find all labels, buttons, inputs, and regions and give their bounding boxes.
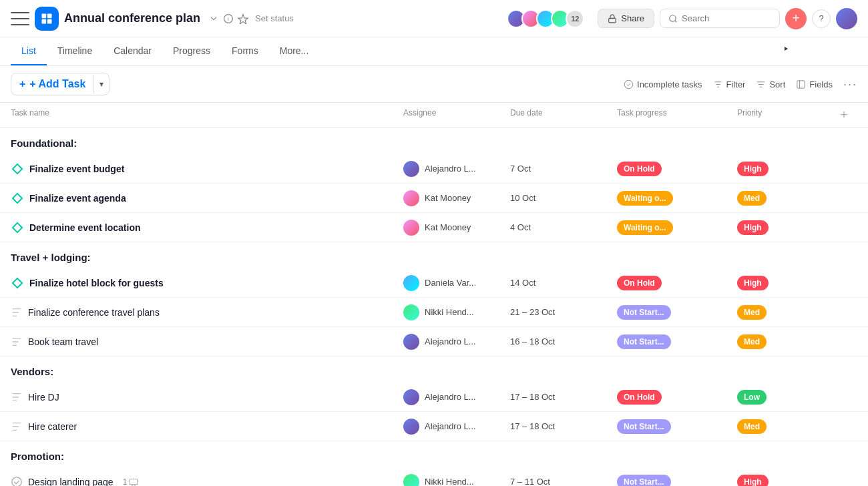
due-date: 4 Oct [510,222,617,232]
add-task-button[interactable]: + + Add Task ▾ [11,73,110,95]
due-date: 7 – 11 Oct [510,477,617,486]
dropdown-icon[interactable] [208,13,219,24]
status-badge: Not Start... [617,419,671,434]
due-date: 17 – 18 Oct [510,421,617,431]
priority-badge: High [737,220,769,235]
table-row[interactable]: Hire caterer Alejandro L... 17 – 18 Oct … [0,412,868,441]
col-task-name: Task name [11,108,403,122]
table-header: Task name Assignee Due date Task progres… [0,103,868,128]
assignee-name: Alejandro L... [425,164,476,174]
section-header-2: Vendors: [0,356,868,383]
tab-list[interactable]: List [11,37,47,65]
svg-rect-2 [42,19,47,23]
assignee-avatar [403,334,419,350]
due-date: 10 Oct [510,193,617,203]
task-name: Hire caterer [28,421,77,432]
app-icon [35,7,59,31]
star-icon[interactable] [238,13,248,24]
check-circle-icon [624,79,634,89]
info-icon[interactable]: i [223,13,234,24]
task-name-cell: Hire caterer [11,414,403,439]
assignee-avatar [403,161,419,177]
assignee-cell: Kat Mooney [403,220,510,236]
col-due-date: Due date [510,108,617,122]
navigation-tabs: List Timeline Calendar Progress Forms Mo… [0,37,868,66]
status-badge: On Hold [617,390,662,405]
status-cell: On Hold [617,276,737,290]
priority-cell: Med [737,419,831,434]
check-icon [11,476,23,487]
svg-point-8 [624,80,633,89]
milestone-icon [11,162,24,176]
sort-button[interactable]: Sort [756,79,785,89]
title-actions: i Set status [208,13,294,24]
tab-progress[interactable]: Progress [162,37,221,65]
fields-button[interactable]: Fields [796,79,833,89]
svg-text:i: i [228,16,229,22]
priority-cell: Med [737,334,831,349]
table-row[interactable]: Design landing page 1 Nikki Hend... 7 – … [0,467,868,486]
tab-forms[interactable]: Forms [221,37,269,65]
table-row[interactable]: Book team travel Alejandro L... 16 – 18 … [0,327,868,356]
incomplete-tasks-button[interactable]: Incomplete tasks [624,79,702,89]
due-date: 17 – 18 Oct [510,392,617,402]
search-box[interactable] [660,9,780,28]
toolbar-more-button[interactable]: ··· [843,77,857,91]
svg-point-7 [670,15,676,21]
section-2: Vendors: Hire DJ Alejandro L... 17 – 18 … [0,356,868,441]
svg-rect-9 [797,80,805,87]
status-badge: Waiting o... [617,191,673,206]
task-name: Hire DJ [28,392,59,403]
assignee-avatar [403,190,419,206]
status-badge: On Hold [617,276,662,290]
avatar-count: 12 [566,9,584,28]
assignee-cell: Nikki Hend... [403,474,510,487]
priority-cell: High [737,220,831,235]
table-row[interactable]: Determine event location Kat Mooney 4 Oc… [0,213,868,242]
task-name: Finalize event budget [29,164,124,174]
task-name-cell: Finalize event budget [11,156,403,182]
section-3: Promotion: Design landing page 1 Nikki H… [0,441,868,486]
filter-button[interactable]: Filter [713,79,746,89]
filter-icon [713,79,723,89]
status-cell: Not Start... [617,419,737,434]
tab-timeline[interactable]: Timeline [47,37,103,65]
toolbar-right: Incomplete tasks Filter Sort Fields ··· [624,77,857,91]
user-avatar[interactable] [836,8,857,29]
table-row[interactable]: Finalize conference travel plans Nikki H… [0,298,868,327]
priority-badge: Med [737,191,767,206]
menu-icon[interactable] [11,12,29,25]
table-row[interactable]: Finalize event budget Alejandro L... 7 O… [0,154,868,184]
section-1: Travel + lodging: Finalize hotel block f… [0,242,868,356]
help-button[interactable]: ? [812,9,831,28]
col-priority: Priority [737,108,831,122]
table-row[interactable]: Hire DJ Alejandro L... 17 – 18 Oct On Ho… [0,383,868,412]
priority-badge: Low [737,390,767,405]
assignee-cell: Alejandro L... [403,389,510,405]
priority-cell: High [737,276,831,290]
svg-rect-10 [13,164,22,173]
search-input[interactable] [682,13,771,23]
assignee-avatar [403,304,419,320]
status-cell: Not Start... [617,305,737,320]
tab-calendar[interactable]: Calendar [103,37,162,65]
table-row[interactable]: Finalize hotel block for guests Daniela … [0,268,868,298]
set-status-button[interactable]: Set status [255,13,294,23]
share-button[interactable]: Share [598,9,654,28]
status-badge: Not Start... [617,475,671,487]
add-task-dropdown[interactable]: ▾ [93,75,109,93]
status-cell: Waiting o... [617,191,737,206]
table-row[interactable]: Finalize event agenda Kat Mooney 10 Oct … [0,184,868,213]
tab-more[interactable]: More... [269,37,320,65]
priority-badge: High [737,276,769,290]
add-button[interactable]: + [785,8,807,29]
assignee-name: Daniela Var... [425,278,476,288]
status-cell: On Hold [617,162,737,176]
subtask-icon [11,421,23,433]
assignee-avatar [403,275,419,291]
assignee-name: Nikki Hend... [425,307,474,317]
subtask-icon [11,336,23,348]
milestone-icon [11,192,24,205]
col-add[interactable]: + [831,108,857,122]
task-name-cell: Finalize event agenda [11,185,403,212]
